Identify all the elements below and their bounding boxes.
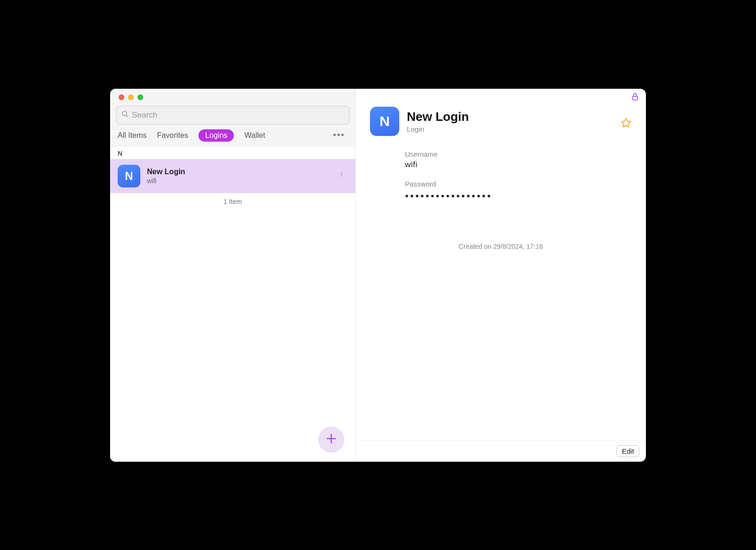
item-title: New Login [147, 168, 332, 176]
search-field[interactable] [116, 106, 350, 125]
password-value-masked: ●●●●●●●●●●●●●●●●● [405, 192, 632, 199]
svg-rect-5 [341, 176, 342, 177]
detail-avatar: N [370, 107, 399, 136]
svg-marker-9 [621, 118, 631, 127]
tab-logins[interactable]: Logins [198, 129, 234, 142]
app-window: All Items Favorites Logins Wallet ••• N … [110, 89, 646, 462]
more-tabs-button[interactable]: ••• [333, 130, 348, 140]
created-timestamp: Created on 29/8/2024, 17:16 [356, 243, 646, 250]
edit-button[interactable]: Edit [617, 445, 639, 457]
detail-type: Login [407, 125, 613, 133]
detail-footer: Edit [356, 440, 646, 462]
star-icon [620, 122, 632, 130]
sidebar: All Items Favorites Logins Wallet ••• N … [110, 89, 356, 462]
list-item[interactable]: N New Login wifi [110, 159, 355, 193]
window-maximize-button[interactable] [137, 94, 143, 100]
list-section-header: N [110, 147, 355, 159]
item-text: New Login wifi [147, 168, 332, 185]
password-field[interactable]: Password ●●●●●●●●●●●●●●●●● [405, 175, 632, 205]
detail-fields: Username wifi Password ●●●●●●●●●●●●●●●●● [356, 141, 646, 205]
username-field[interactable]: Username wifi [405, 145, 632, 175]
item-list: N N New Login wifi 1 Item [110, 146, 355, 462]
item-subtitle: wifi [147, 177, 332, 185]
search-container [110, 106, 355, 127]
window-close-button[interactable] [119, 94, 124, 100]
tab-all-items[interactable]: All Items [118, 129, 146, 142]
search-input[interactable] [132, 110, 344, 120]
detail-title: New Login [407, 110, 613, 124]
add-item-button[interactable] [318, 427, 344, 452]
search-icon [121, 110, 129, 120]
key-icon [338, 172, 345, 180]
favorite-toggle[interactable] [620, 117, 632, 130]
detail-header: N New Login Login [356, 89, 646, 141]
username-value: wifi [405, 160, 632, 169]
svg-point-0 [122, 111, 127, 116]
plus-icon [325, 432, 337, 447]
tab-wallet[interactable]: Wallet [244, 129, 265, 142]
detail-titleblock: New Login Login [407, 110, 613, 133]
item-avatar: N [118, 165, 140, 187]
svg-rect-4 [341, 176, 342, 176]
category-tabs: All Items Favorites Logins Wallet ••• [110, 127, 355, 146]
svg-line-1 [126, 115, 128, 117]
detail-pane: N New Login Login Username wifi Password… [356, 89, 646, 462]
lock-app-button[interactable] [631, 93, 639, 103]
window-minimize-button[interactable] [128, 94, 134, 100]
tab-favorites[interactable]: Favorites [157, 129, 188, 142]
svg-rect-8 [633, 96, 638, 100]
item-count-label: 1 Item [110, 193, 355, 210]
window-titlebar [110, 89, 355, 106]
username-label: Username [405, 150, 632, 158]
password-label: Password [405, 180, 632, 188]
